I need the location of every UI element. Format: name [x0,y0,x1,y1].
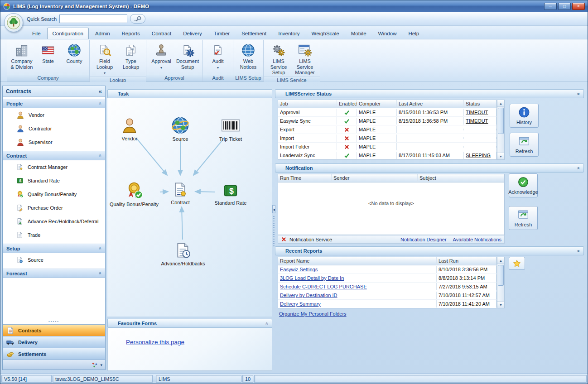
column-header-sender[interactable]: Sender [332,174,418,182]
ribbon-document-setup-button[interactable]: Document Setup [174,41,201,70]
menu-weighscale[interactable]: WeighScale [306,28,345,39]
collapse-sidebar-button[interactable]: « [99,88,102,95]
scroll-down-button[interactable]: ▼ [497,153,504,159]
ribbon-county-button[interactable]: County [61,41,87,65]
nav-splitter-grip[interactable]: ••••• [3,320,105,324]
column-header-subject[interactable]: Subject [418,174,504,182]
status-link[interactable]: TIMEOUT [466,110,488,115]
report-link[interactable]: Easywiz Settings [280,267,318,272]
ribbon-type-lookup-button[interactable]: Type Lookup [118,41,144,70]
sidebar-item-trade[interactable]: Trade [3,228,105,242]
menu-reports[interactable]: Reports [116,28,145,39]
service-status-scrollbar[interactable]: ▲▼ [497,100,505,160]
column-header-last-run[interactable]: Last Run [437,257,496,265]
nav-delivery[interactable]: Delivery [3,336,105,348]
status-link[interactable]: TIMEOUT [466,118,488,124]
menu-settlement[interactable]: Settlement [236,28,272,39]
collapse-recent-reports-button[interactable]: » [576,250,581,252]
report-row-delivery-by-destination-id[interactable]: Delivery by Destination ID7/10/2018 11:4… [278,291,496,300]
task-node-trip-ticket[interactable]: Trip Ticket [203,116,258,142]
personalize-page-link[interactable]: Personalize this page [126,339,184,346]
section-header-setup[interactable]: Setup» [3,244,105,253]
service-row-export[interactable]: ExportMAPLE [278,125,496,134]
ribbon-company-division-button[interactable]: Company & Division [9,41,35,70]
ribbon-audit-button[interactable]: Audit▾ [205,41,231,70]
maximize-button[interactable]: □ [558,3,571,10]
menu-configuration[interactable]: Configuration [47,28,89,39]
nav-settlements[interactable]: Settlements [3,348,105,360]
menu-mobile[interactable]: Mobile [346,28,372,39]
task-node-vendor[interactable]: Vendor [102,117,157,141]
sidebar-item-quality-bonus-penalty[interactable]: Quality Bonus/Penalty [3,187,105,201]
close-button[interactable]: × [572,3,585,10]
collapse-notification-button[interactable]: » [576,167,581,169]
collapse-favourites-button[interactable]: » [265,322,270,325]
column-header-report-name[interactable]: Report Name [278,257,437,265]
acknowledge-button[interactable]: Acknowledge [509,173,538,197]
task-node-standard-rate[interactable]: $Standard Rate [203,183,258,206]
menu-contract[interactable]: Contract [146,28,177,39]
collapse-service-status-button[interactable]: » [576,92,581,95]
section-header-people[interactable]: People» [3,99,105,108]
column-header-run-time[interactable]: Run Time [278,174,332,182]
minimize-button[interactable]: ─ [544,3,557,10]
task-node-advance-holdbacks[interactable]: Advance/Holdbacks [156,242,210,266]
column-header-computer[interactable]: Computer [357,100,397,108]
task-node-contract[interactable]: Contract [153,182,207,205]
scroll-up-button[interactable]: ▲ [497,100,504,107]
quick-search-button[interactable] [130,14,145,24]
ribbon-field-lookup-button[interactable]: Field Lookup▾ [92,41,118,76]
menu-inventory[interactable]: Inventory [273,28,305,39]
report-link[interactable]: Delivery Summary [280,301,321,307]
menu-timber[interactable]: Timber [208,28,235,39]
report-link[interactable]: 3LOG Load Detail by Date In [280,275,344,281]
ribbon-approval-button[interactable]: Approval▾ [148,41,174,70]
report-link[interactable]: Schedule C-DIRECT LOG PURCHASE [280,284,367,289]
refresh-button[interactable]: Refresh [510,133,539,157]
menu-window[interactable]: Window [373,28,402,39]
report-row-delivery-summary[interactable]: Delivery Summary7/10/2018 11:41:20 AM [278,300,496,308]
ribbon-lims-service-setup-button[interactable]: LIMS Service Setup [265,41,292,76]
refresh-button[interactable]: Refresh [509,206,538,230]
column-header-enabled[interactable]: Enabled [337,100,357,108]
splitter-grip[interactable] [273,216,275,248]
nav-options-button[interactable]: ▾ [100,363,102,367]
report-link[interactable]: Delivery by Destination ID [280,293,337,298]
column-header-job[interactable]: Job [278,100,337,108]
mini-route-icon[interactable] [92,362,98,368]
sidebar-item-contract-manager[interactable]: Contract Manager [3,160,105,174]
service-row-import-folder[interactable]: Import FolderMAPLE [278,143,496,151]
available-notifications-link[interactable]: Available Notifications [453,237,501,242]
sidebar-item-purchase-order[interactable]: Purchase Order [3,201,105,215]
report-row-3log-load-detail-by-date-in[interactable]: 3LOG Load Detail by Date In8/8/2018 3:13… [278,274,496,283]
recent-reports-scrollbar[interactable]: ▲▼ [497,257,505,308]
report-row-schedule-c-direct-log-purchase[interactable]: Schedule C-DIRECT LOG PURCHASE7/27/2018 … [278,283,496,291]
menu-help[interactable]: Help [403,28,424,39]
status-link[interactable]: SLEEPING [466,153,491,158]
column-header-status[interactable]: Status [464,100,496,108]
sidebar-item-vendor[interactable]: Vendor [3,108,105,122]
section-header-contract[interactable]: Contract» [3,151,105,160]
history-button[interactable]: History [510,104,539,128]
quick-search-input[interactable] [59,14,127,23]
scroll-down-button[interactable]: ▼ [497,301,504,308]
sidebar-item-contractor[interactable]: Contractor [3,122,105,135]
report-row-easywiz-settings[interactable]: Easywiz Settings8/10/2018 3:36:56 PM [278,265,496,274]
service-row-import[interactable]: ImportMAPLE [278,134,496,143]
menu-file[interactable]: File [27,28,46,39]
menu-delivery[interactable]: Delivery [178,28,207,39]
section-header-forecast[interactable]: Forecast» [3,269,105,278]
sidebar-item-advance-rec-holdback-deferral[interactable]: Advance Rec/Holdback/Deferral [3,215,105,228]
sidebar-item-source[interactable]: Source [3,253,105,267]
service-row-loaderwiz-sync[interactable]: Loaderwiz SyncMAPLE8/17/2018 11:45:03 AM… [278,151,496,160]
notification-designer-link[interactable]: Notification Designer [400,237,447,242]
service-row-approval[interactable]: ApprovalMAPLE8/15/2018 1:36:53 PMTIMEOUT [278,108,496,117]
service-row-easywiz-sync[interactable]: Easywiz SyncMAPLE8/15/2018 1:36:58 PMTIM… [278,117,496,125]
favourite-report-button[interactable] [509,257,525,270]
ribbon-web-notices-button[interactable]: Web Notices [235,41,261,70]
scroll-up-button[interactable]: ▲ [497,257,504,264]
organize-folders-link[interactable]: Organize My Personal Folders [279,311,347,317]
column-header-last-active[interactable]: Last Active [397,100,464,108]
sidebar-item-supervisor[interactable]: Supervisor [3,135,105,149]
menu-admin[interactable]: Admin [90,28,116,39]
